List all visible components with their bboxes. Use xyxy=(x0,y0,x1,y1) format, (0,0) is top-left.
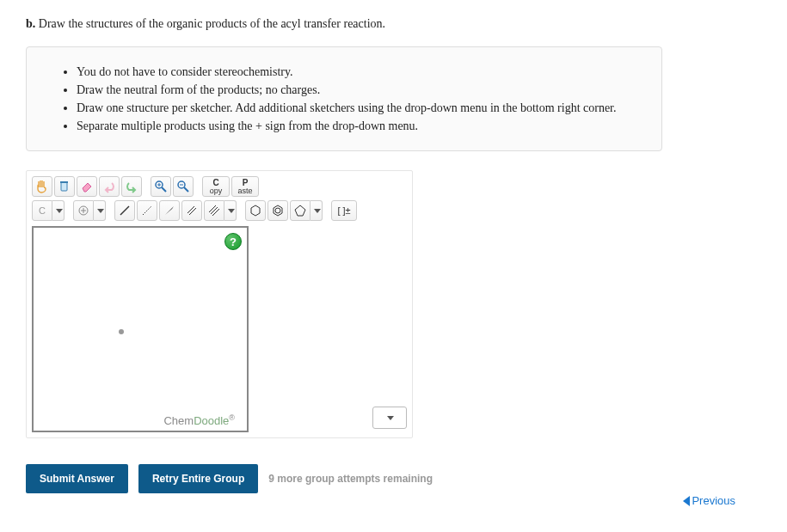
instruction-item: Separate multiple products using the + s… xyxy=(77,117,636,135)
toolbar-row-2: C xyxy=(32,200,407,221)
chevron-down-icon xyxy=(56,209,63,213)
atom-dropdown[interactable]: C xyxy=(32,200,52,221)
help-button[interactable]: ? xyxy=(224,233,242,250)
action-row: Submit Answer Retry Entire Group 9 more … xyxy=(26,464,761,493)
chevron-left-icon xyxy=(683,496,690,506)
instruction-item: Draw one structure per sketcher. Add add… xyxy=(77,99,636,117)
question-label: b. xyxy=(26,17,35,30)
svg-line-7 xyxy=(184,187,188,192)
add-sketcher-dropdown[interactable] xyxy=(372,407,407,429)
svg-line-3 xyxy=(162,187,166,192)
svg-line-14 xyxy=(188,206,194,213)
svg-line-15 xyxy=(189,208,196,215)
toolbar-row-1: C opy P aste xyxy=(32,176,407,197)
attempts-remaining: 9 more group attempts remaining xyxy=(268,473,433,485)
ring-dropdown-caret[interactable] xyxy=(310,200,323,221)
svg-line-13 xyxy=(143,206,151,215)
eraser-tool-button[interactable] xyxy=(77,176,97,197)
svg-marker-22 xyxy=(295,205,305,216)
charge-button[interactable]: [ ]± xyxy=(331,200,357,221)
placed-atom-dot[interactable] xyxy=(119,329,124,334)
question-prompt: b. Draw the structures of the organic pr… xyxy=(26,17,761,31)
instruction-item: Draw the neutral form of the products; n… xyxy=(77,81,636,99)
attribute-dropdown-caret[interactable] xyxy=(94,200,106,221)
submit-answer-button[interactable]: Submit Answer xyxy=(26,464,128,493)
chevron-down-icon xyxy=(228,209,235,213)
redo-button[interactable] xyxy=(121,176,142,197)
svg-rect-0 xyxy=(61,182,67,191)
double-bond-button[interactable] xyxy=(181,200,202,221)
wedge-bond-button[interactable] xyxy=(159,200,180,221)
copy-top: C xyxy=(212,179,218,187)
attribute-dropdown[interactable] xyxy=(73,200,94,221)
copy-bottom: opy xyxy=(210,187,223,195)
svg-line-18 xyxy=(212,209,219,216)
paste-button[interactable]: P aste xyxy=(231,176,259,197)
svg-line-17 xyxy=(211,207,218,214)
chemdoodle-brand: ChemDoodle® xyxy=(163,410,242,429)
svg-line-16 xyxy=(209,205,216,212)
instruction-item: You do not have to consider stereochemis… xyxy=(77,63,636,81)
svg-marker-19 xyxy=(251,205,260,216)
chevron-down-icon xyxy=(97,209,104,213)
copy-button[interactable]: C opy xyxy=(202,176,230,197)
atom-dropdown-caret[interactable] xyxy=(52,200,65,221)
undo-button[interactable] xyxy=(99,176,120,197)
pan-tool-button[interactable] xyxy=(32,176,52,197)
svg-rect-1 xyxy=(60,181,68,183)
hexagon-ring-button[interactable] xyxy=(245,200,266,221)
zoom-out-button[interactable] xyxy=(173,176,194,197)
instruction-box: You do not have to consider stereochemis… xyxy=(26,46,662,151)
clear-tool-button[interactable] xyxy=(54,176,75,197)
brand-suffix: Doodle xyxy=(194,414,229,427)
brand-prefix: Chem xyxy=(163,414,194,427)
pentagon-ring-button[interactable] xyxy=(290,200,310,221)
zoom-in-button[interactable] xyxy=(151,176,171,197)
chevron-down-icon xyxy=(387,416,394,420)
bond-dropdown-caret[interactable] xyxy=(224,200,237,221)
sketch-canvas[interactable]: ? ChemDoodle® xyxy=(32,226,249,432)
question-body: Draw the structures of the organic produ… xyxy=(39,17,385,30)
brand-reg: ® xyxy=(229,413,235,422)
svg-point-21 xyxy=(275,208,280,213)
benzene-ring-button[interactable] xyxy=(267,200,288,221)
retry-group-button[interactable]: Retry Entire Group xyxy=(138,464,258,493)
triple-bond-button[interactable] xyxy=(204,200,224,221)
previous-label: Previous xyxy=(692,494,735,507)
single-bond-button[interactable] xyxy=(114,200,135,221)
recessed-bond-button[interactable] xyxy=(137,200,157,221)
previous-link[interactable]: Previous xyxy=(683,494,735,507)
paste-bottom: aste xyxy=(237,187,252,195)
chemdoodle-sketcher: C opy P aste C xyxy=(26,170,413,438)
paste-top: P xyxy=(243,179,249,187)
chevron-down-icon xyxy=(314,209,321,213)
svg-line-12 xyxy=(120,206,129,215)
